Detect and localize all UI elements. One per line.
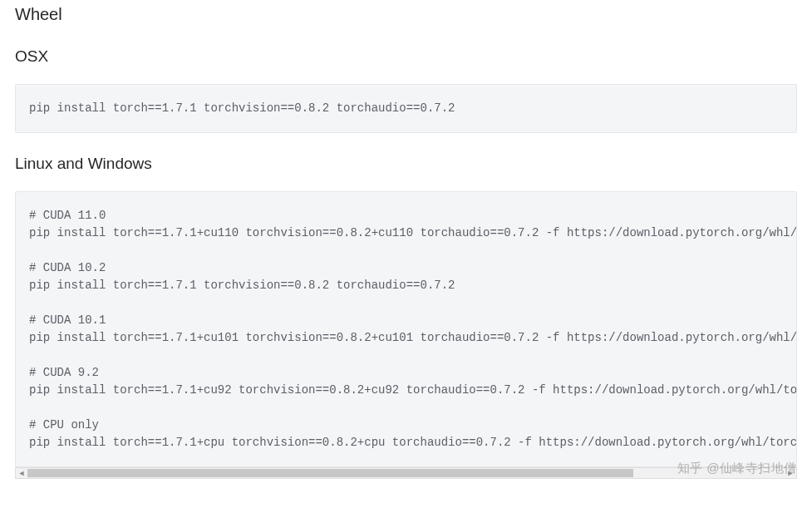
scrollbar-thumb[interactable] [27,469,633,477]
scrollbar-track[interactable] [27,468,785,478]
scroll-right-arrow-icon[interactable]: ► [785,468,796,478]
heading-linux-windows: Linux and Windows [15,155,797,173]
codeblock-osx-wrap: pip install torch==1.7.1 torchvision==0.… [15,84,797,133]
horizontal-scrollbar[interactable]: ◄ ► [15,467,797,479]
codeblock-linux-windows-wrap: # CUDA 11.0 pip install torch==1.7.1+cu1… [15,191,797,479]
codeblock-osx[interactable]: pip install torch==1.7.1 torchvision==0.… [15,84,797,133]
codeblock-linux-windows[interactable]: # CUDA 11.0 pip install torch==1.7.1+cu1… [15,191,797,467]
heading-osx: OSX [15,47,797,66]
scroll-left-arrow-icon[interactable]: ◄ [16,468,27,478]
page-content: Wheel OSX pip install torch==1.7.1 torch… [0,5,812,479]
heading-wheel: Wheel [15,5,797,24]
